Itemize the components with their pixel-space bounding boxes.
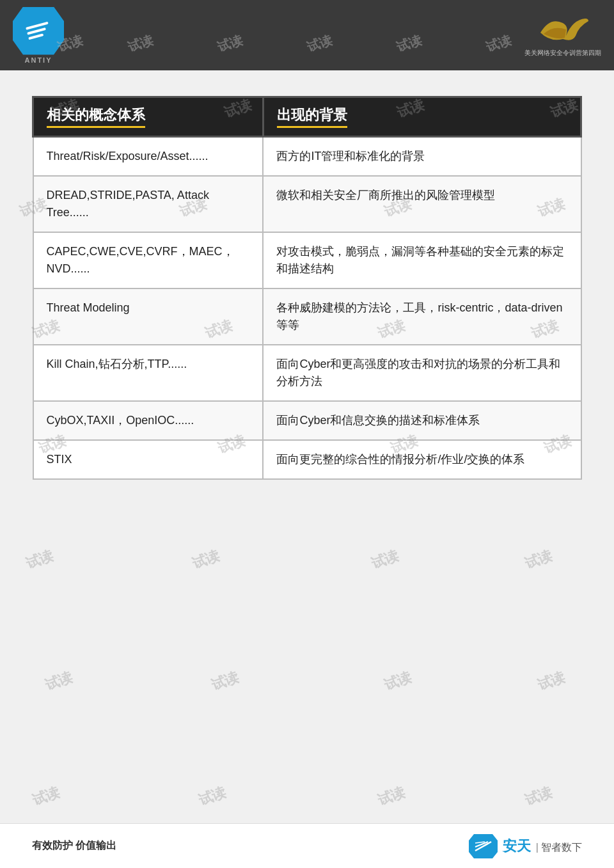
table-row: Kill Chain,钻石分析,TTP...... 面向Cyber和更高强度的攻…: [33, 345, 581, 401]
table-row: CybOX,TAXII，OpenIOC...... 面向Cyber和信息交换的描…: [33, 401, 581, 440]
footer-slogan: 智者数下: [541, 841, 582, 855]
col-header-right: 出现的背景: [263, 97, 581, 137]
col-header-left-text: 相关的概念体系: [47, 106, 145, 128]
table-cell-right: 面向更完整的综合性的情报分析/作业/交换的体系: [263, 440, 581, 479]
table-row: DREAD,STRIDE,PASTA, Attack Tree...... 微软…: [33, 176, 581, 232]
table-cell-right: 面向Cyber和信息交换的描述和标准体系: [263, 401, 581, 440]
table-row: Threat/Risk/Exposure/Asset...... 西方的IT管理…: [33, 137, 581, 177]
table-row: STIX 面向更完整的综合性的情报分析/作业/交换的体系: [33, 440, 581, 479]
col-header-right-text: 出现的背景: [277, 106, 347, 128]
main-content: 相关的概念体系 出现的背景 Threat/Risk/Exposure/Asset…: [0, 70, 614, 499]
footer-brand: 安天: [503, 837, 531, 856]
table-row: CAPEC,CWE,CVE,CVRF，MAEC，NVD...... 对攻击模式，…: [33, 232, 581, 288]
header-logo: ANTIY: [13, 7, 64, 64]
footer: 有效防护 价值输出 安天 | 智者数下: [0, 823, 614, 868]
table-cell-right: 各种威胁建模的方法论，工具，risk-centric，data-driven等等: [263, 288, 581, 345]
main-table: 相关的概念体系 出现的背景 Threat/Risk/Exposure/Asset…: [32, 96, 582, 480]
table-cell-left: Kill Chain,钻石分析,TTP......: [33, 345, 264, 401]
wm-b27: 试读: [375, 782, 408, 810]
wm-b20: 试读: [522, 546, 555, 573]
header: ANTIY 美关网络安全令训营第四期: [0, 0, 614, 70]
wm-b25: 试读: [29, 782, 63, 810]
wm-b24: 试读: [535, 667, 568, 695]
header-right-text: 美关网络安全令训营第四期: [524, 49, 601, 58]
table-cell-left: Threat/Risk/Exposure/Asset......: [33, 137, 264, 177]
wm-b19: 试读: [368, 546, 402, 573]
footer-logo-icon: [469, 834, 498, 858]
footer-left-text: 有效防护 价值输出: [32, 839, 116, 853]
header-brand-icon: [534, 13, 592, 49]
wm-b21: 试读: [42, 667, 75, 695]
footer-right: 安天 | 智者数下: [469, 834, 582, 858]
wm-b18: 试读: [189, 546, 223, 573]
table-cell-right: 西方的IT管理和标准化的背景: [263, 137, 581, 177]
table-cell-left: STIX: [33, 440, 264, 479]
footer-separator: |: [536, 842, 539, 853]
table-row: Threat Modeling 各种威胁建模的方法论，工具，risk-centr…: [33, 288, 581, 345]
table-cell-left: CybOX,TAXII，OpenIOC......: [33, 401, 264, 440]
table-cell-right: 面向Cyber和更高强度的攻击和对抗的场景的分析工具和分析方法: [263, 345, 581, 401]
wm-b22: 试读: [209, 667, 242, 695]
wm-b26: 试读: [196, 782, 229, 810]
table-cell-right: 微软和相关安全厂商所推出的风险管理模型: [263, 176, 581, 232]
table-cell-left: DREAD,STRIDE,PASTA, Attack Tree......: [33, 176, 264, 232]
table-cell-left: Threat Modeling: [33, 288, 264, 345]
logo-label: ANTIY: [25, 56, 52, 64]
wm-b17: 试读: [23, 546, 56, 573]
table-cell-left: CAPEC,CWE,CVE,CVRF，MAEC，NVD......: [33, 232, 264, 288]
wm-b23: 试读: [381, 667, 414, 695]
table-header-row: 相关的概念体系 出现的背景: [33, 97, 581, 137]
col-header-left: 相关的概念体系: [33, 97, 264, 137]
header-right: 美关网络安全令训营第四期: [524, 13, 601, 58]
table-cell-right: 对攻击模式，脆弱点，漏洞等各种基础的安全元素的标定和描述结构: [263, 232, 581, 288]
wm-b28: 试读: [522, 782, 555, 810]
